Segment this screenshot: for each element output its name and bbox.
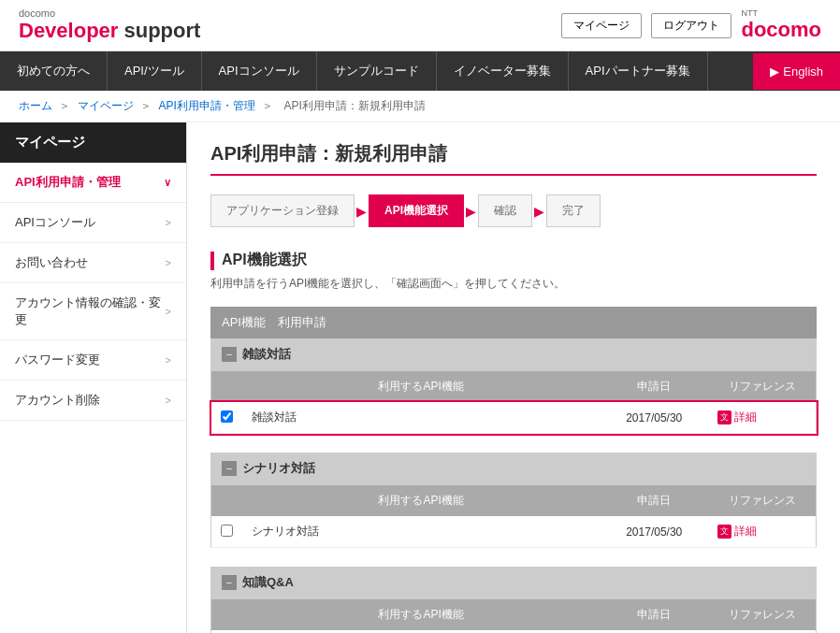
checkbox-cell-0-0[interactable] (211, 402, 243, 434)
category-header-0: － 雑談対話 (210, 338, 817, 370)
api-table-0: 利用するAPI機能 申請日 リファレンス 雑談対話 2017/05/30 文 (210, 370, 817, 434)
sidebar-item-api-manage[interactable]: API利用申請・管理 ∨ (0, 163, 186, 203)
step-app-reg: アプリケーション登録 (210, 194, 355, 227)
nav-item-api-tools[interactable]: API/ツール (108, 51, 202, 91)
sidebar-arrow-3: > (166, 306, 171, 317)
nav-item-sample-code[interactable]: サンプルコード (317, 51, 437, 91)
collapse-btn-0[interactable]: － (222, 347, 237, 362)
sidebar-arrow-1: > (166, 217, 171, 228)
sidebar-item-account-info[interactable]: アカウント情報の確認・変更 > (0, 283, 186, 340)
col-check-0 (211, 371, 243, 403)
api-table-2: 利用するAPI機能 申請日 リファレンス 知識Q&A 2017/05/30 文 (210, 598, 817, 633)
section-bar (210, 252, 214, 270)
sidebar-item-password[interactable]: パスワード変更 > (0, 340, 186, 381)
row-checkbox-0-0[interactable] (221, 410, 233, 423)
ntt-label: NTT (741, 9, 821, 18)
header: docomo Developer support マイページ ログアウト NTT… (0, 0, 840, 51)
detail-link-0-0[interactable]: 文 詳細 (717, 410, 806, 425)
col-name-2: 利用するAPI機能 (242, 599, 600, 631)
nav-item-english[interactable]: ▶English (753, 53, 840, 90)
sidebar-item-contact[interactable]: お問い合わせ > (0, 243, 186, 283)
category-name-2: 知識Q&A (242, 574, 294, 591)
developer-label: Developer (19, 19, 118, 42)
table-row: 雑談対話 2017/05/30 文 詳細 (211, 402, 817, 434)
sidebar-item-api-console[interactable]: APIコンソール > (0, 203, 186, 243)
row-checkbox-1-0[interactable] (221, 525, 233, 537)
col-date-2: 申請日 (600, 599, 708, 631)
row-date-1-0: 2017/05/30 (600, 516, 708, 548)
row-detail-0-0: 文 詳細 (708, 402, 816, 434)
nav-item-api-partner[interactable]: APIパートナー募集 (569, 51, 708, 91)
main-content: API利用申請：新規利用申請 アプリケーション登録 ▶ API機能選択 ▶ 確認… (187, 122, 840, 633)
doc-icon-1-0: 文 (717, 525, 731, 539)
step-confirm: 確認 (478, 194, 532, 227)
sidebar-arrow-4: > (166, 354, 171, 366)
col-date-1: 申請日 (600, 485, 708, 517)
collapse-btn-2[interactable]: － (222, 575, 237, 590)
category-section-2: － 知識Q&A 利用するAPI機能 申請日 リファレンス 知識Q&A (210, 567, 817, 633)
col-date-0: 申請日 (600, 371, 708, 403)
sidebar-title: マイページ (0, 122, 186, 163)
row-detail-1-0: 文 詳細 (708, 516, 816, 548)
site-title: Developer support (19, 19, 200, 43)
row-name-0-0: 雑談対話 (242, 402, 600, 434)
doc-icon-0-0: 文 (717, 410, 731, 424)
support-label: support (118, 19, 200, 42)
docomo-logo-text: docomo (741, 18, 821, 41)
nav-item-hajimete[interactable]: 初めての方へ (0, 51, 108, 91)
col-ref-0: リファレンス (708, 371, 816, 403)
breadcrumb-current: API利用申請：新規利用申請 (283, 99, 425, 112)
step-arrow-2: ▶ (466, 204, 476, 219)
step-complete: 完了 (546, 194, 601, 227)
row-name-1-0: シナリオ対話 (242, 516, 600, 548)
category-name-1: シナリオ対話 (242, 460, 315, 477)
mypage-button[interactable]: マイページ (561, 13, 642, 38)
table-row: シナリオ対話 2017/05/30 文 詳細 (211, 516, 817, 548)
section-title: API機能選択 (222, 251, 307, 270)
step-arrow-3: ▶ (534, 204, 544, 219)
api-function-title: API機能 利用申請 (210, 307, 817, 338)
sidebar-arrow-0: ∨ (164, 177, 171, 189)
col-name-0: 利用するAPI機能 (242, 371, 600, 403)
breadcrumb: ホーム ＞ マイページ ＞ API利用申請・管理 ＞ API利用申請：新規利用申… (0, 91, 840, 122)
step-indicator: アプリケーション登録 ▶ API機能選択 ▶ 確認 ▶ 完了 (210, 194, 817, 227)
col-ref-2: リファレンス (708, 599, 816, 631)
category-section-0: － 雑談対話 利用するAPI機能 申請日 リファレンス 雑談対話 (210, 338, 817, 434)
row-date-0-0: 2017/05/30 (600, 402, 708, 434)
sidebar-arrow-2: > (166, 257, 171, 268)
col-check-2 (211, 599, 243, 631)
section-desc: 利用申請を行うAPI機能を選択し、「確認画面へ」を押してください。 (210, 276, 817, 292)
category-header-2: － 知識Q&A (210, 567, 817, 598)
col-ref-1: リファレンス (708, 485, 816, 517)
ntt-docomo-logo: NTT docomo (741, 9, 821, 42)
category-header-1: － シナリオ対話 (210, 453, 817, 484)
sidebar-item-delete-account[interactable]: アカウント削除 > (0, 381, 186, 421)
checkbox-cell-1-0[interactable] (211, 516, 243, 548)
api-table-1: 利用するAPI機能 申請日 リファレンス シナリオ対話 2017/05/30 文 (210, 484, 817, 548)
collapse-btn-1[interactable]: － (222, 461, 237, 476)
breadcrumb-home[interactable]: ホーム (19, 99, 52, 112)
sidebar-arrow-5: > (166, 395, 171, 406)
sidebar: マイページ API利用申請・管理 ∨ APIコンソール > お問い合わせ > ア… (0, 122, 187, 633)
detail-link-1-0[interactable]: 文 詳細 (717, 524, 806, 539)
category-section-1: － シナリオ対話 利用するAPI機能 申請日 リファレンス シナリオ対話 (210, 453, 817, 548)
logo-area: docomo Developer support (19, 7, 200, 43)
nav-item-api-console[interactable]: APIコンソール (202, 51, 317, 91)
col-check-1 (211, 485, 243, 517)
col-name-1: 利用するAPI機能 (242, 485, 600, 517)
main-layout: マイページ API利用申請・管理 ∨ APIコンソール > お問い合わせ > ア… (0, 122, 840, 633)
breadcrumb-api-manage[interactable]: API利用申請・管理 (158, 99, 254, 112)
page-title: API利用申請：新規利用申請 (210, 141, 817, 176)
brand-label: docomo (19, 7, 200, 19)
section-heading: API機能選択 (210, 251, 817, 270)
category-name-0: 雑談対話 (242, 346, 291, 363)
step-arrow-1: ▶ (356, 204, 367, 219)
nav-item-innovator[interactable]: イノベーター募集 (437, 51, 569, 91)
breadcrumb-mypage[interactable]: マイページ (78, 99, 134, 112)
nav-bar: 初めての方へ API/ツール APIコンソール サンプルコード イノベーター募集… (0, 51, 840, 91)
header-right: マイページ ログアウト NTT docomo (561, 9, 821, 42)
step-api-select: API機能選択 (369, 194, 464, 227)
logout-button[interactable]: ログアウト (651, 13, 731, 38)
